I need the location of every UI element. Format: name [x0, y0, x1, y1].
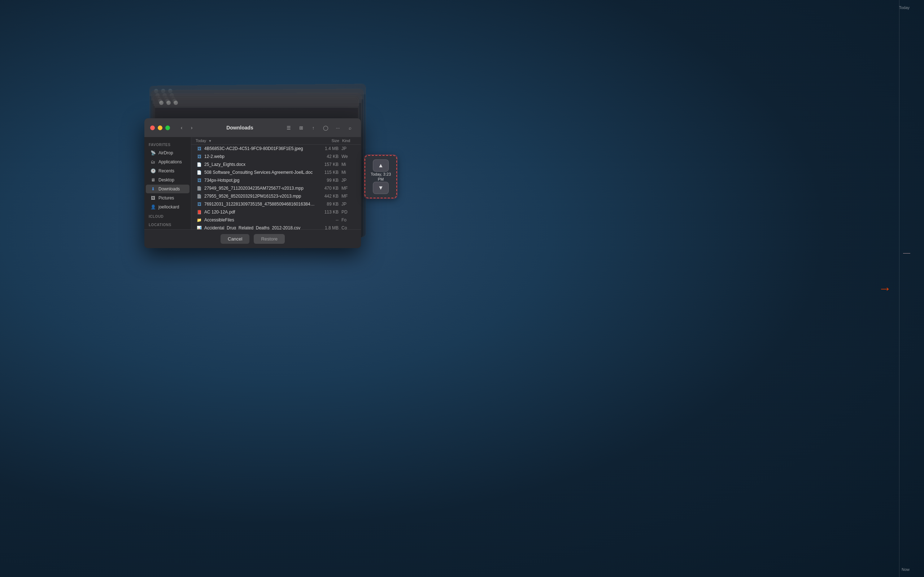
- sidebar-item-applications[interactable]: 🗂 Applications: [146, 158, 189, 166]
- file-size: 42 KB: [316, 154, 341, 159]
- file-size: 89 KB: [316, 201, 341, 206]
- file-kind: Mi: [341, 162, 356, 167]
- file-size: 442 KB: [316, 193, 341, 199]
- file-row[interactable]: 📄 27955_9526_85202032912PM161523-v2013.m…: [192, 192, 360, 200]
- sidebar-item-user[interactable]: 👤 joellockard: [146, 203, 189, 211]
- file-kind: Fo: [341, 218, 356, 222]
- file-row[interactable]: 📕 AC 120-12A.pdf 113 KB PD: [192, 208, 360, 216]
- sidebar-item-downloads[interactable]: ⬇ Downloads: [146, 185, 189, 193]
- minimize-button[interactable]: [158, 126, 162, 130]
- col-size-header: Size: [317, 139, 342, 143]
- file-icon: 📄: [196, 161, 202, 167]
- applications-icon: 🗂: [150, 159, 156, 165]
- file-name: Accidental_Drug_Related_Deaths_2012-2018…: [204, 226, 316, 229]
- file-size: 99 KB: [316, 178, 341, 183]
- sidebar-item-recents[interactable]: 🕐 Recents: [146, 167, 189, 175]
- finder-body: Favorites 📡 AirDrop 🗂 Applications 🕐 Rec…: [144, 137, 361, 229]
- file-icon: 📊: [196, 225, 202, 229]
- cancel-button[interactable]: Cancel: [221, 234, 249, 244]
- timemachine-timestamp: Today, 3:23 PM: [368, 172, 393, 182]
- file-row[interactable]: 📄 25_Lazy_Eights.docx 157 KB Mi: [192, 161, 360, 168]
- grid-view-icon: ⊞: [299, 125, 303, 131]
- file-icon: 📄: [196, 193, 202, 199]
- file-name: 508 Software_Consulting Services Agreeme…: [204, 170, 316, 175]
- favorites-label: Favorites: [144, 140, 191, 148]
- tag-button[interactable]: ◯: [320, 122, 331, 133]
- file-kind: Co: [341, 226, 356, 229]
- file-name: 27955_9526_85202032912PM161523-v2013.mpp: [204, 193, 316, 199]
- file-name: 76912031_312281309735158_475885094681601…: [204, 201, 316, 206]
- restore-button[interactable]: Restore: [254, 234, 285, 244]
- file-row[interactable]: 🖼 12-2.webp 42 KB We: [192, 153, 360, 161]
- timeline-arrow: →: [879, 281, 892, 296]
- file-icon: 🖼: [196, 201, 202, 207]
- finder-titlebar: ‹ › Downloads ☰ ⊞ ↑ ◯ ··· ⌕: [144, 118, 361, 137]
- timeline-line: [899, 0, 900, 577]
- close-button[interactable]: [150, 126, 155, 130]
- window-title: Downloads: [199, 125, 281, 131]
- file-row[interactable]: 📄 27949_9526_711202034235AM725677-v2013.…: [192, 184, 360, 192]
- file-name: 27949_9526_711202034235AM725677-v2013.mp…: [204, 186, 316, 191]
- sidebar-item-airdrop[interactable]: 📡 AirDrop: [146, 148, 189, 157]
- down-arrow-icon: ▼: [378, 185, 384, 191]
- file-kind: JP: [341, 178, 356, 183]
- search-icon: ⌕: [349, 125, 352, 131]
- file-icon: 📄: [196, 185, 202, 191]
- file-kind: We: [341, 154, 356, 159]
- file-size: 470 KB: [316, 186, 341, 191]
- grid-view-button[interactable]: ⊞: [296, 122, 306, 133]
- downloads-icon: ⬇: [150, 186, 156, 192]
- desktop-icon: 🖥: [150, 177, 156, 183]
- list-view-icon: ☰: [287, 125, 291, 131]
- file-rows-container: 🖼 4B56853C-AC2D-4C51-9FC9-80D01F36F1E5.j…: [191, 145, 361, 229]
- search-button[interactable]: ⌕: [345, 122, 355, 133]
- pictures-icon: 🖼: [150, 195, 156, 201]
- col-name-header: Today ▼: [195, 139, 317, 143]
- timeline-tick-today: [903, 253, 910, 253]
- file-row[interactable]: 🖼 734px-Hotspot.jpg 99 KB JP: [192, 176, 360, 184]
- forward-button[interactable]: ›: [187, 123, 196, 132]
- file-name: AC 120-12A.pdf: [204, 210, 316, 214]
- locations-label: Locations: [144, 220, 191, 228]
- filelist-header: Today ▼ Size Kind: [191, 137, 361, 145]
- file-name: 25_Lazy_Eights.docx: [204, 162, 316, 167]
- file-name: AccessibleFiles: [204, 218, 316, 222]
- action-icon: ···: [336, 125, 340, 131]
- file-kind: JP: [341, 146, 356, 151]
- file-kind: PD: [341, 210, 356, 214]
- file-row[interactable]: 📊 Accidental_Drug_Related_Deaths_2012-20…: [192, 224, 360, 229]
- titlebar-actions: ☰ ⊞ ↑ ◯ ··· ⌕: [284, 122, 355, 133]
- sidebar-item-desktop[interactable]: 🖥 Desktop: [146, 176, 189, 184]
- back-button[interactable]: ‹: [177, 123, 186, 132]
- action-button[interactable]: ···: [333, 122, 343, 133]
- file-row[interactable]: 📄 508 Software_Consulting Services Agree…: [192, 168, 360, 176]
- file-icon: 🖼: [196, 154, 202, 160]
- file-row[interactable]: 🖼 76912031_312281309735158_4758850946816…: [192, 200, 360, 208]
- col-kind-header: Kind: [342, 139, 357, 143]
- file-size: 113 KB: [316, 210, 341, 214]
- titlebar-nav: ‹ ›: [177, 123, 196, 132]
- desktop-background: [0, 0, 924, 577]
- timemachine-up-button[interactable]: ▲: [373, 160, 389, 172]
- fullscreen-button[interactable]: [165, 126, 170, 130]
- sidebar-item-pictures[interactable]: 🖼 Pictures: [146, 193, 189, 202]
- finder-window: ‹ › Downloads ☰ ⊞ ↑ ◯ ··· ⌕: [144, 118, 361, 248]
- file-size: 1.8 MB: [316, 226, 341, 229]
- file-name: 734px-Hotspot.jpg: [204, 178, 316, 183]
- file-kind: MF: [341, 193, 356, 199]
- timemachine-down-button[interactable]: ▼: [373, 182, 389, 194]
- file-row[interactable]: 🖼 4B56853C-AC2D-4C51-9FC9-80D01F36F1E5.j…: [192, 145, 360, 153]
- share-button[interactable]: ↑: [308, 122, 318, 133]
- file-kind: JP: [341, 201, 356, 206]
- file-icon: 🖼: [196, 177, 202, 183]
- finder-footer: Cancel Restore: [144, 229, 361, 248]
- list-view-button[interactable]: ☰: [284, 122, 294, 133]
- file-icon: 📄: [196, 169, 202, 175]
- file-row[interactable]: 📁 AccessibleFiles -- Fo: [192, 216, 360, 224]
- timeline-top-label: Today: [899, 5, 913, 10]
- timeline-bottom-label: Now: [901, 567, 913, 572]
- icloud-label: iCloud: [144, 212, 191, 220]
- file-size: 115 KB: [316, 170, 341, 175]
- timemachine-panel: ▲ Today, 3:23 PM ▼: [365, 155, 397, 198]
- file-name: 12-2.webp: [204, 154, 316, 159]
